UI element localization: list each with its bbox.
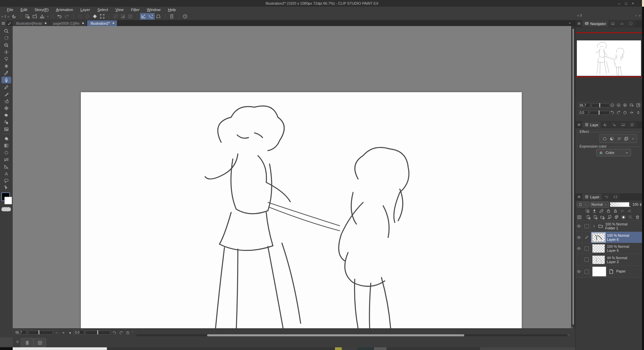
nav-rotate-left-button[interactable]: [610, 110, 615, 115]
menu-animation[interactable]: Animation: [52, 7, 77, 13]
lock-toggle[interactable]: [606, 208, 611, 213]
document-tab[interactable]: page0009 (1)[Re: [50, 20, 87, 26]
transfer-down-button[interactable]: [607, 215, 612, 220]
tool-operation[interactable]: [1, 41, 11, 48]
spin-up-icon[interactable]: [640, 203, 642, 204]
layer-edit-cell[interactable]: [583, 266, 591, 278]
open-file-button[interactable]: [31, 13, 38, 20]
tool-balloon[interactable]: [1, 177, 11, 184]
canvas-zoom-slider[interactable]: [28, 331, 53, 335]
tab-tone[interactable]: [601, 122, 610, 128]
layer-row[interactable]: 100 % NormalFolder 1: [576, 221, 642, 232]
layer-menu-icon[interactable]: [576, 194, 582, 200]
layer-edit-cell[interactable]: [583, 254, 591, 265]
draft-dropdown[interactable]: [627, 208, 632, 213]
snap-special-button[interactable]: [147, 13, 155, 20]
tab-frame-2[interactable]: [628, 122, 637, 128]
navigator-menu-icon[interactable]: [576, 20, 582, 27]
tab-list-dropdown[interactable]: [568, 21, 572, 25]
merge-down-button[interactable]: [614, 215, 619, 220]
layer-edit-cell[interactable]: [583, 243, 591, 254]
visibility-toggle[interactable]: [576, 266, 583, 278]
tool-menu-icon[interactable]: [1, 21, 6, 26]
panel-right-icon[interactable]: ›: [635, 13, 637, 17]
tool-pen[interactable]: [1, 76, 11, 83]
nav-zoom-in-button[interactable]: [616, 103, 621, 108]
tool-effect[interactable]: [1, 149, 11, 156]
panel-expand-right-icon[interactable]: »: [639, 13, 641, 17]
nav-zoom-out-button[interactable]: [610, 103, 615, 108]
expand-right-icon[interactable]: »: [7, 15, 9, 18]
save-button[interactable]: [38, 13, 46, 20]
tab-animation-cels[interactable]: [611, 194, 620, 200]
layer-list-view-button[interactable]: [577, 215, 582, 220]
layer-row[interactable]: 100 % NormalLayer 5: [576, 243, 642, 254]
tool-gradient[interactable]: [1, 142, 11, 149]
canvas-page[interactable]: [81, 92, 522, 328]
tool-blend[interactable]: [1, 119, 11, 126]
tool-selection-area[interactable]: [1, 55, 11, 62]
layer-edit-cell[interactable]: [583, 232, 591, 243]
visibility-toggle[interactable]: [576, 243, 583, 254]
visibility-toggle[interactable]: [576, 254, 583, 265]
zoom-slider-thumb[interactable]: [38, 330, 39, 334]
nav-flip-horizontal-button[interactable]: [629, 110, 634, 115]
tool-frame-border[interactable]: [1, 156, 11, 163]
nav-reset-rotation-button[interactable]: [622, 110, 628, 115]
csp-logo-button[interactable]: [10, 13, 18, 20]
layer-thumbnail[interactable]: [592, 233, 605, 242]
toolbar-collapse-handle[interactable]: « ‖ »: [0, 15, 10, 18]
tab-gauge[interactable]: [617, 20, 626, 27]
current-subtool-chip[interactable]: [6, 21, 12, 26]
tab-frame-1[interactable]: [619, 122, 628, 128]
pressure-pen-toggle[interactable]: [599, 208, 604, 213]
chevron-down-icon[interactable]: [568, 21, 572, 25]
navigator-zoom-slider[interactable]: [592, 104, 610, 108]
maximize-button[interactable]: □: [625, 1, 627, 5]
folder-arrow-icon[interactable]: [592, 224, 596, 228]
tool-navigate[interactable]: [1, 34, 11, 41]
tool-decoration[interactable]: [1, 105, 11, 112]
expression-color-dropdown[interactable]: Color: [596, 149, 631, 156]
navigator-rotation-slider[interactable]: [590, 111, 610, 115]
horizontal-scroll-thumb[interactable]: [207, 334, 464, 336]
tone-effect-icon[interactable]: [609, 136, 614, 141]
reference-dropdown[interactable]: [620, 208, 625, 213]
crop-button[interactable]: [99, 13, 106, 20]
opacity-value[interactable]: 100: [632, 202, 638, 206]
tool-ruler[interactable]: [1, 163, 11, 170]
tool-auto-select[interactable]: [1, 62, 11, 69]
layer-row[interactable]: Paper: [576, 266, 642, 278]
tool-correct-line[interactable]: [1, 184, 11, 191]
eye-icon[interactable]: [577, 224, 581, 228]
minimize-button[interactable]: –: [618, 1, 620, 5]
nav-rotate-right-button[interactable]: [616, 110, 621, 115]
effect-more-icon[interactable]: [631, 137, 635, 141]
help-button[interactable]: ?: [181, 13, 189, 20]
snap-ruler-button[interactable]: [140, 13, 147, 20]
panel-collapse-left-icon[interactable]: «: [577, 13, 579, 17]
visibility-toggle[interactable]: [576, 221, 583, 231]
tool-eraser[interactable]: [1, 112, 11, 119]
tool-text[interactable]: A: [1, 170, 11, 177]
tool-figure[interactable]: [1, 126, 11, 133]
document-tab[interactable]: Illustration2*: [87, 20, 117, 26]
nav-actual-size-button[interactable]: [636, 103, 641, 108]
layer-checkbox[interactable]: [585, 257, 589, 262]
timeline-button-2[interactable]: [33, 338, 46, 347]
reset-rotation-button[interactable]: [125, 330, 130, 335]
navigator-thumbnail[interactable]: [577, 40, 641, 76]
document-tab[interactable]: Illustration[Resto: [13, 20, 49, 26]
scroll-right-icon[interactable]: ›: [568, 333, 569, 337]
opacity-slider[interactable]: [610, 202, 631, 207]
lock-transparent-toggle[interactable]: [613, 208, 618, 213]
tab-layer-property[interactable]: Laye: [582, 122, 601, 128]
blend-mode-dropdown[interactable]: Normal: [590, 202, 609, 207]
layer-property-menu-icon[interactable]: [576, 122, 582, 128]
nav-flip-vertical-button[interactable]: [636, 110, 641, 115]
handle-icon[interactable]: ‖: [5, 15, 6, 18]
fit-to-window-button[interactable]: ■: [67, 330, 73, 335]
visibility-toggle[interactable]: [576, 232, 583, 243]
menu-select[interactable]: Select: [94, 7, 112, 13]
new-vector-layer-button[interactable]: [593, 215, 598, 220]
